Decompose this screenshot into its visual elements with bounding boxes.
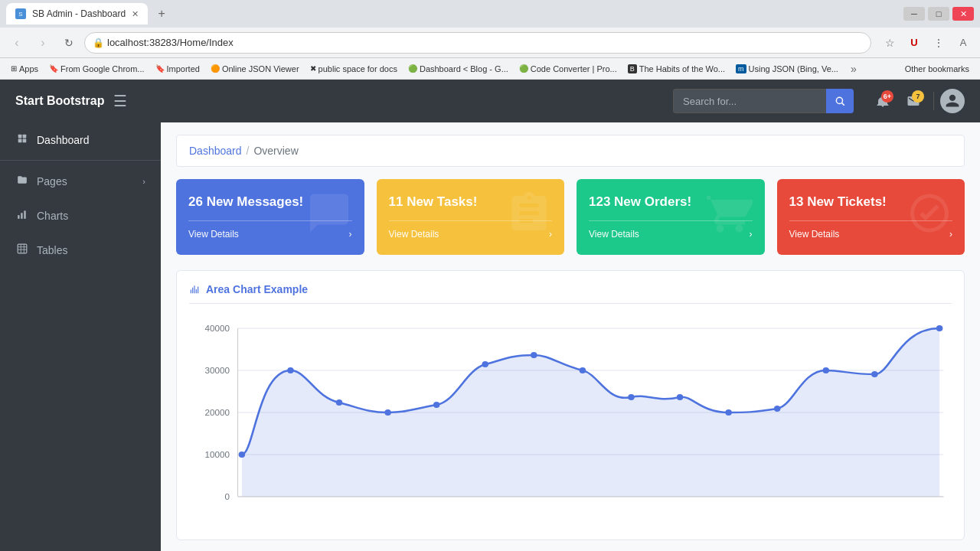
more-bookmarks-btn[interactable]: » — [846, 61, 861, 77]
svg-point-36 — [823, 367, 829, 373]
bookmark-google-chrome[interactable]: 🔖 From Google Chrom... — [44, 63, 149, 75]
bookmark-label: Using JSON (Bing, Ve... — [749, 64, 838, 73]
svg-point-28 — [433, 402, 439, 408]
brand-text: Start Bootstrap — [15, 94, 104, 108]
bookmark-label: Code Converter | Pro... — [531, 64, 617, 73]
svg-text:10000: 10000 — [205, 450, 230, 459]
search-input[interactable] — [673, 89, 826, 113]
other-bookmarks[interactable]: Other bookmarks — [900, 63, 974, 75]
bookmark-label: Dashboard < Blog - G... — [420, 64, 508, 73]
svg-point-32 — [628, 394, 634, 400]
tab-close-btn[interactable]: ✕ — [132, 9, 139, 19]
chart-title: Area Chart Example — [189, 283, 952, 304]
tab-favicon: S — [15, 8, 26, 19]
bookmark-label: Apps — [19, 64, 38, 73]
svg-line-1 — [842, 103, 844, 106]
bookmark-dashboard-blog[interactable]: 🟢 Dashboard < Blog - G... — [403, 63, 513, 75]
sidebar-toggle-btn[interactable]: ☰ — [113, 92, 127, 110]
orders-card[interactable]: 123 New Orders! View Details › — [577, 179, 765, 255]
chart-title-icon — [189, 284, 200, 295]
bookmark-json-viewer[interactable]: 🟠 Online JSON Viewer — [206, 63, 304, 75]
search-container — [673, 89, 854, 113]
orders-view-details: View Details — [589, 229, 639, 240]
bookmark-habits[interactable]: B The Habits of the Wo... — [623, 63, 730, 75]
nav-divider — [933, 92, 934, 110]
svg-rect-2 — [18, 135, 22, 139]
messages-icon — [306, 190, 352, 244]
maximize-btn[interactable]: □ — [928, 7, 949, 21]
sidebar-item-pages[interactable]: Pages › — [0, 164, 161, 198]
svg-rect-6 — [18, 215, 19, 219]
user-icon — [945, 93, 960, 109]
bookmark-code-converter[interactable]: 🟢 Code Converter | Pro... — [514, 63, 622, 75]
other-bookmarks-label: Other bookmarks — [905, 64, 969, 73]
window-controls: ─ □ ✕ — [903, 7, 974, 21]
svg-point-27 — [384, 409, 390, 416]
forward-btn[interactable]: › — [32, 32, 54, 54]
tasks-icon — [506, 190, 552, 244]
chrome-icon: 🟢 — [408, 64, 417, 73]
bookmark-imported[interactable]: 🔖 Imported — [151, 63, 204, 75]
bookmark-public-space[interactable]: ✖ public space for docs — [305, 63, 402, 75]
svg-text:40000: 40000 — [205, 324, 230, 333]
svg-point-24 — [239, 452, 245, 458]
ublock-icon[interactable]: U — [903, 32, 925, 54]
back-btn[interactable]: ‹ — [6, 32, 28, 54]
refresh-btn[interactable]: ↻ — [58, 32, 80, 54]
svg-point-0 — [836, 97, 842, 103]
bookmark-label: Online JSON Viewer — [222, 64, 299, 73]
messages-btn[interactable]: 7 — [900, 87, 927, 115]
bookmark-star-icon[interactable]: ☆ — [879, 32, 900, 54]
bookmark-apps[interactable]: ⊞ Apps — [6, 63, 43, 75]
svg-point-26 — [336, 399, 342, 406]
bookmark-json-bing[interactable]: m Using JSON (Bing, Ve... — [731, 63, 843, 75]
topnav-icons: 6+ 7 — [869, 87, 965, 115]
lock-icon: 🔒 — [93, 37, 104, 48]
tab-title: SB Admin - Dashboard — [32, 8, 126, 19]
sidebar-divider — [0, 160, 161, 161]
apps-icon: ⊞ — [11, 64, 17, 73]
close-btn[interactable]: ✕ — [952, 7, 974, 21]
breadcrumb: Dashboard / Overview — [176, 135, 965, 167]
search-button[interactable] — [826, 89, 854, 113]
tables-icon — [15, 243, 29, 256]
svg-point-29 — [482, 361, 488, 367]
browser-tab[interactable]: S SB Admin - Dashboard ✕ — [6, 3, 148, 24]
tickets-card[interactable]: 13 New Tickets! View Details › — [777, 179, 965, 255]
svg-point-37 — [871, 371, 877, 377]
b-icon: B — [628, 64, 637, 73]
pages-chevron-icon: › — [142, 177, 145, 186]
breadcrumb-home-link[interactable]: Dashboard — [189, 145, 242, 157]
bookmark-label: Imported — [167, 64, 200, 73]
breadcrumb-separator: / — [247, 145, 250, 157]
svg-point-35 — [774, 406, 780, 412]
address-bar[interactable]: 🔒 localhost:38283/Home/Index — [84, 32, 871, 54]
tickets-icon — [906, 190, 952, 244]
sidebar-item-charts[interactable]: Charts — [0, 198, 161, 233]
new-tab-btn[interactable]: + — [151, 3, 172, 24]
user-avatar-btn[interactable] — [940, 89, 965, 113]
svg-rect-5 — [23, 139, 27, 143]
area-chart-svg: 40000 30000 20000 10000 0 — [189, 313, 952, 527]
chart-title-text: Area Chart Example — [206, 283, 308, 295]
tasks-card[interactable]: 11 New Tasks! View Details › — [377, 179, 565, 255]
extensions-icon[interactable]: ⋮ — [928, 32, 949, 54]
notifications-btn[interactable]: 6+ — [869, 87, 897, 115]
bookmark-label: From Google Chrom... — [60, 64, 144, 73]
charts-icon — [15, 209, 29, 222]
tasks-view-details: View Details — [389, 229, 439, 240]
envelope-badge: 7 — [912, 90, 924, 103]
minimize-btn[interactable]: ─ — [903, 7, 925, 21]
sidebar-nav: Dashboard Pages › Charts — [0, 122, 161, 551]
sidebar-pages-label: Pages — [37, 175, 67, 187]
svg-text:0: 0 — [224, 492, 229, 501]
sidebar-item-dashboard[interactable]: Dashboard — [0, 122, 161, 157]
dashboard-icon — [15, 133, 29, 146]
profile-icon[interactable]: A — [952, 32, 974, 54]
messages-card[interactable]: 26 New Messages! View Details › — [176, 179, 364, 255]
sidebar-item-tables[interactable]: Tables — [0, 233, 161, 267]
url-text: localhost:38283/Home/Index — [107, 37, 234, 48]
sidebar-charts-label: Charts — [37, 210, 68, 222]
cards-row: 26 New Messages! View Details › 11 New T… — [176, 179, 965, 255]
svg-rect-9 — [18, 244, 27, 253]
